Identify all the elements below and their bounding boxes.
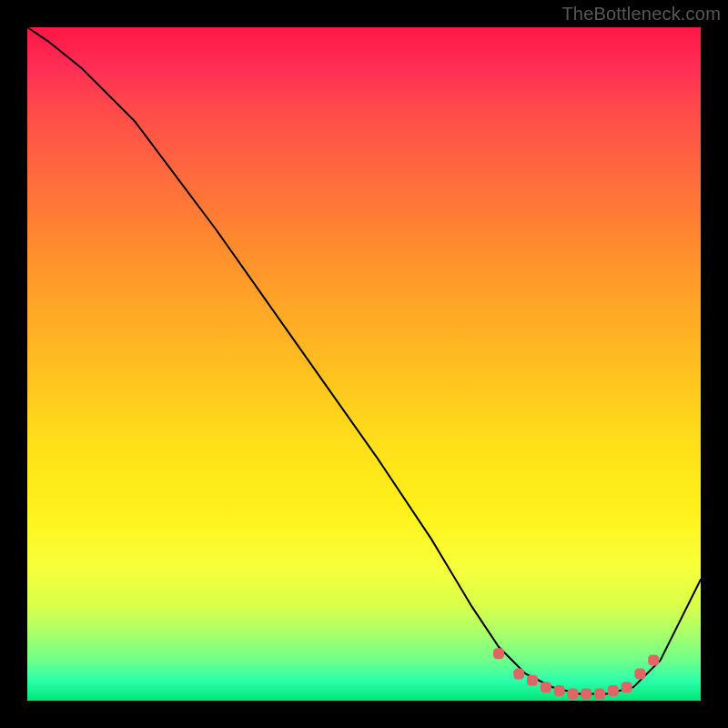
curve-svg — [27, 27, 701, 701]
highlight-dot — [581, 689, 592, 700]
highlight-dot — [493, 648, 504, 659]
highlight-dot — [648, 655, 659, 666]
highlight-dot — [513, 668, 524, 679]
highlight-dots — [493, 648, 659, 699]
highlight-dot — [541, 682, 551, 693]
highlight-dot — [527, 675, 538, 686]
highlight-dot — [634, 668, 645, 679]
highlight-dot — [554, 685, 565, 696]
bottleneck-curve — [27, 27, 701, 694]
curve-line — [27, 27, 701, 694]
watermark-text: TheBottleneck.com — [561, 4, 721, 25]
highlight-dot — [594, 689, 605, 700]
highlight-dot — [567, 689, 578, 700]
highlight-dot — [622, 682, 632, 693]
highlight-dot — [608, 685, 619, 696]
chart-frame: TheBottleneck.com — [0, 0, 728, 728]
plot-area — [27, 27, 701, 701]
